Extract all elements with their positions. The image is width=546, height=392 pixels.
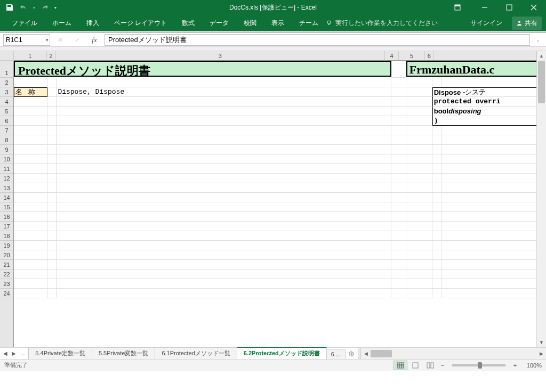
tab-home[interactable]: ホーム bbox=[45, 15, 79, 31]
cell[interactable] bbox=[391, 154, 406, 164]
cell[interactable] bbox=[57, 116, 391, 126]
cell[interactable] bbox=[391, 183, 406, 193]
cell[interactable] bbox=[47, 145, 57, 154]
cell[interactable] bbox=[14, 174, 47, 183]
view-pagebreak-icon[interactable] bbox=[423, 361, 437, 370]
title-cell-2[interactable]: FrmzuhanData.c bbox=[406, 61, 546, 77]
cell[interactable] bbox=[57, 78, 391, 87]
cell[interactable] bbox=[47, 241, 57, 250]
vertical-scrollbar[interactable]: ▲ ▼ bbox=[536, 51, 546, 347]
cell[interactable] bbox=[441, 270, 546, 279]
cell[interactable] bbox=[57, 135, 391, 145]
cell[interactable] bbox=[432, 135, 442, 145]
cell[interactable] bbox=[406, 270, 432, 279]
cell[interactable] bbox=[47, 97, 57, 107]
cell[interactable] bbox=[391, 231, 406, 241]
cell[interactable] bbox=[14, 270, 47, 279]
close-button[interactable] bbox=[521, 0, 546, 15]
cell[interactable] bbox=[432, 260, 442, 270]
row-header[interactable]: 22 bbox=[0, 270, 13, 279]
cell[interactable] bbox=[47, 250, 57, 260]
cell[interactable] bbox=[391, 193, 406, 202]
cell[interactable] bbox=[47, 231, 57, 241]
col-header[interactable]: 4 bbox=[385, 51, 399, 60]
cell[interactable] bbox=[47, 107, 57, 116]
cell[interactable] bbox=[47, 193, 57, 202]
cell[interactable] bbox=[406, 116, 432, 126]
cell[interactable] bbox=[406, 241, 432, 250]
cell[interactable] bbox=[441, 241, 546, 250]
scroll-right-icon[interactable]: ▶ bbox=[536, 351, 546, 356]
code-cell[interactable]: ) bbox=[432, 116, 546, 126]
cell[interactable] bbox=[432, 212, 442, 222]
sheet-tab[interactable]: 6.1Protectedメソッド一覧 bbox=[155, 347, 237, 359]
tell-me-search[interactable]: 実行したい作業を入力してください bbox=[326, 19, 438, 28]
view-pagelayout-icon[interactable] bbox=[408, 361, 422, 370]
cell[interactable] bbox=[57, 289, 391, 298]
code-cell[interactable]: Dispose - システ bbox=[432, 87, 546, 97]
cell[interactable] bbox=[391, 289, 406, 298]
col-header[interactable]: 2 bbox=[47, 51, 56, 60]
cell[interactable] bbox=[57, 202, 391, 212]
scroll-thumb[interactable] bbox=[371, 350, 392, 357]
cell[interactable] bbox=[406, 135, 432, 145]
row-header[interactable]: 6 bbox=[0, 116, 13, 126]
cell[interactable] bbox=[57, 212, 391, 222]
code-cell[interactable]: bool disposing bbox=[432, 107, 546, 116]
scroll-down-icon[interactable]: ▼ bbox=[537, 338, 546, 347]
row-header[interactable]: 13 bbox=[0, 183, 13, 193]
cell[interactable] bbox=[432, 145, 442, 154]
cell[interactable] bbox=[14, 97, 47, 107]
cell[interactable] bbox=[57, 154, 391, 164]
cell[interactable] bbox=[406, 202, 432, 212]
cell[interactable] bbox=[391, 126, 406, 135]
row-header[interactable]: 24 bbox=[0, 289, 13, 298]
cell[interactable] bbox=[432, 289, 442, 298]
cell[interactable] bbox=[14, 135, 47, 145]
cell[interactable] bbox=[47, 260, 57, 270]
cell[interactable] bbox=[441, 193, 546, 202]
row-header[interactable]: 1 bbox=[0, 61, 13, 78]
cell[interactable] bbox=[57, 145, 391, 154]
cell[interactable] bbox=[406, 193, 432, 202]
formula-input[interactable]: Protectedメソッド説明書 bbox=[105, 34, 530, 46]
cell[interactable] bbox=[441, 135, 546, 145]
cell-dispose[interactable]: Dispose, Dispose bbox=[57, 87, 391, 97]
col-header[interactable]: 3 bbox=[56, 51, 385, 60]
cell[interactable] bbox=[47, 289, 57, 298]
cell[interactable] bbox=[57, 126, 391, 135]
cell[interactable] bbox=[441, 164, 546, 174]
cell[interactable] bbox=[57, 260, 391, 270]
undo-icon[interactable] bbox=[19, 3, 28, 12]
cell[interactable] bbox=[391, 116, 406, 126]
cell[interactable] bbox=[391, 222, 406, 231]
cell[interactable] bbox=[47, 116, 57, 126]
col-header[interactable]: 6 bbox=[425, 51, 434, 60]
cell[interactable] bbox=[432, 270, 442, 279]
row-header[interactable]: 4 bbox=[0, 97, 13, 107]
cell[interactable] bbox=[406, 231, 432, 241]
cell[interactable] bbox=[47, 78, 57, 87]
scroll-track[interactable] bbox=[371, 350, 536, 357]
cell[interactable] bbox=[406, 212, 432, 222]
cell[interactable] bbox=[391, 107, 406, 116]
zoom-in-button[interactable]: + bbox=[511, 362, 519, 369]
expand-formula-bar-icon[interactable]: ⌄ bbox=[533, 37, 543, 43]
cell[interactable] bbox=[432, 231, 442, 241]
tab-review[interactable]: 校閲 bbox=[236, 15, 264, 31]
cell[interactable] bbox=[57, 270, 391, 279]
zoom-out-button[interactable]: − bbox=[438, 362, 447, 369]
cell[interactable] bbox=[14, 183, 47, 193]
row-header[interactable]: 21 bbox=[0, 260, 13, 270]
cell[interactable] bbox=[57, 250, 391, 260]
cell[interactable] bbox=[432, 250, 442, 260]
sheet-nav-more[interactable]: ... bbox=[20, 350, 25, 356]
cell[interactable] bbox=[14, 250, 47, 260]
cell[interactable] bbox=[14, 116, 47, 126]
cell[interactable] bbox=[47, 270, 57, 279]
cell[interactable] bbox=[432, 202, 442, 212]
cell[interactable] bbox=[57, 231, 391, 241]
cell[interactable] bbox=[406, 250, 432, 260]
maximize-button[interactable] bbox=[497, 0, 521, 15]
row-header[interactable]: 11 bbox=[0, 164, 13, 174]
